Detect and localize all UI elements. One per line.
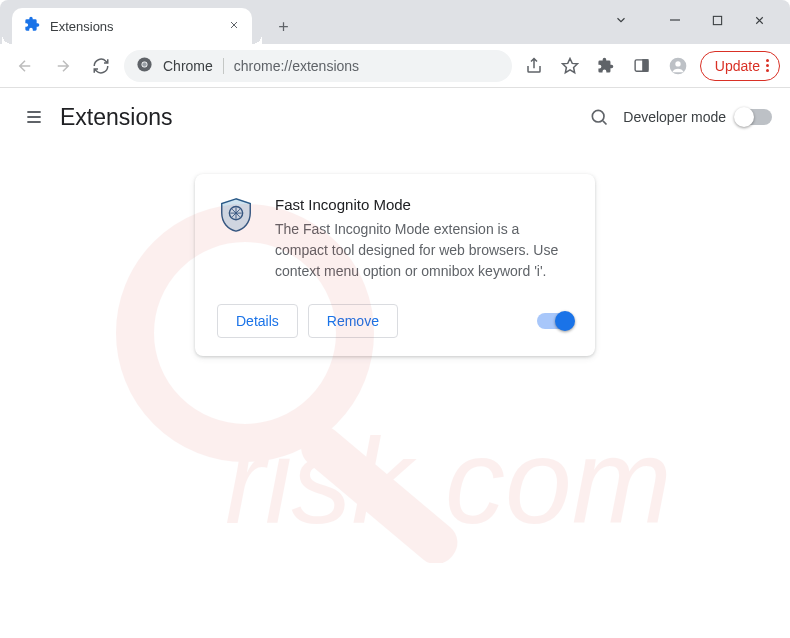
back-button[interactable] (10, 51, 40, 81)
extension-name: Fast Incognito Mode (275, 196, 573, 213)
page-header: Extensions Developer mode (0, 88, 790, 146)
bookmark-star-icon[interactable] (556, 52, 584, 80)
search-button[interactable] (579, 97, 619, 137)
tab-title: Extensions (50, 19, 218, 34)
browser-tab[interactable]: Extensions (12, 8, 252, 44)
tab-close-icon[interactable] (228, 17, 240, 35)
extensions-puzzle-icon[interactable] (592, 52, 620, 80)
new-tab-button[interactable] (268, 11, 298, 41)
extension-card: Fast Incognito Mode The Fast Incognito M… (195, 174, 595, 356)
sidepanel-icon[interactable] (628, 52, 656, 80)
divider (223, 58, 224, 74)
svg-point-11 (593, 110, 605, 122)
minimize-button[interactable] (668, 13, 682, 27)
page-title: Extensions (60, 104, 173, 131)
forward-button (48, 51, 78, 81)
remove-button[interactable]: Remove (308, 304, 398, 338)
watermark: risk.com (0, 88, 790, 638)
address-url: chrome://extensions (234, 58, 359, 74)
svg-text:risk.com: risk.com (225, 414, 672, 548)
chevron-down-icon[interactable] (614, 13, 628, 27)
update-label: Update (715, 58, 760, 74)
svg-rect-5 (643, 60, 648, 71)
developer-mode-label: Developer mode (623, 109, 726, 125)
share-icon[interactable] (520, 52, 548, 80)
address-bar[interactable]: Chrome chrome://extensions (124, 50, 512, 82)
details-button[interactable]: Details (217, 304, 298, 338)
address-source-chip: Chrome (163, 58, 213, 74)
update-button[interactable]: Update (700, 51, 780, 81)
extensions-page: risk.com Extensions Developer mode Fast … (0, 88, 790, 638)
extension-shield-icon (217, 196, 255, 234)
kebab-icon (766, 59, 769, 72)
maximize-button[interactable] (710, 13, 724, 27)
chrome-logo-icon (136, 56, 153, 76)
close-button[interactable] (752, 13, 766, 27)
profile-avatar-icon[interactable] (664, 52, 692, 80)
hamburger-menu-button[interactable] (14, 97, 54, 137)
window-controls (590, 0, 790, 40)
svg-rect-9 (293, 418, 466, 563)
svg-point-3 (142, 62, 147, 67)
puzzle-icon (24, 16, 40, 36)
browser-toolbar: Chrome chrome://extensions Update (0, 44, 790, 88)
developer-mode-toggle[interactable] (736, 109, 772, 125)
extension-enabled-toggle[interactable] (537, 313, 573, 329)
reload-button[interactable] (86, 51, 116, 81)
svg-point-7 (675, 61, 680, 66)
extension-description: The Fast Incognito Mode extension is a c… (275, 219, 573, 282)
svg-rect-0 (713, 16, 721, 24)
